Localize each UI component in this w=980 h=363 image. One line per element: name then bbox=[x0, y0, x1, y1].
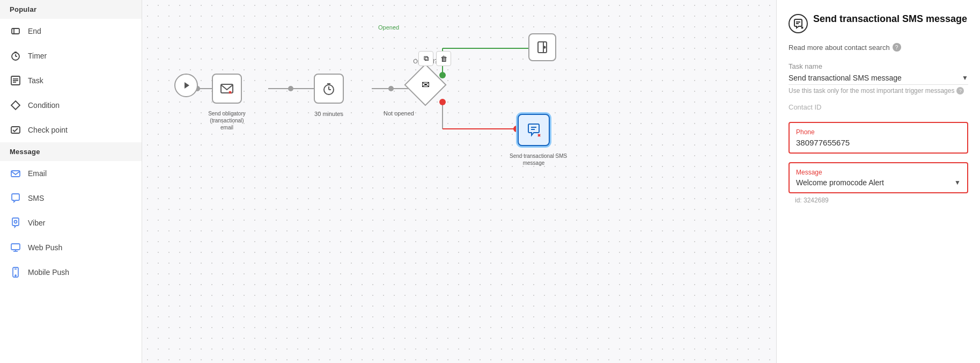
task-icon bbox=[10, 75, 21, 86]
email-send-box[interactable] bbox=[212, 74, 242, 104]
start-node[interactable] bbox=[174, 74, 198, 97]
chevron-down-icon: ▼ bbox=[962, 74, 968, 82]
condition-node[interactable]: ✉ Opened? Opened Not opened ⧉ 🗑 bbox=[410, 70, 440, 100]
task-helper-text: Use this task only for the most importan… bbox=[789, 87, 968, 95]
sidebar-item-email-label: Email bbox=[28, 169, 47, 178]
not-opened-branch-label: Not opened bbox=[384, 110, 414, 117]
sidebar-item-webpush[interactable]: Web Push bbox=[0, 235, 142, 260]
svg-rect-0 bbox=[12, 28, 19, 34]
message-id: id: 3242689 bbox=[789, 197, 968, 204]
phone-value[interactable]: 380977655675 bbox=[796, 138, 961, 147]
sidebar-section-popular: Popular bbox=[0, 0, 142, 19]
message-value: Welcome promocode Alert bbox=[796, 178, 884, 187]
condition-icon bbox=[10, 99, 21, 111]
sidebar-item-checkpoint[interactable]: Check point bbox=[0, 118, 142, 142]
sms-icon bbox=[10, 192, 21, 204]
task-name-value: Send transactional SMS message bbox=[789, 74, 902, 82]
phone-field-box: Phone 380977655675 bbox=[789, 122, 968, 154]
timer-box[interactable] bbox=[314, 74, 344, 104]
condition-diamond[interactable]: ✉ bbox=[404, 63, 446, 106]
sidebar-item-mobilepush[interactable]: Mobile Push bbox=[0, 260, 142, 285]
end-box[interactable] bbox=[528, 33, 556, 61]
panel-link[interactable]: Read more about contact search ? bbox=[789, 43, 968, 52]
sidebar: Popular End Timer bbox=[0, 0, 142, 363]
node-toolbar: ⧉ 🗑 bbox=[418, 51, 451, 66]
checkpoint-icon bbox=[10, 124, 21, 136]
sms-send-node[interactable]: Send transactional SMSmessage bbox=[518, 114, 550, 146]
phone-label: Phone bbox=[796, 128, 961, 136]
right-panel: Send transactional SMS message Read more… bbox=[776, 0, 980, 363]
sms-send-label: Send transactional SMSmessage bbox=[510, 153, 558, 166]
helper-text-content: Use this task only for the most importan… bbox=[789, 87, 954, 95]
svg-point-25 bbox=[388, 86, 394, 91]
task-name-label: Task name bbox=[789, 62, 968, 70]
message-label: Message bbox=[796, 169, 961, 176]
copy-button[interactable]: ⧉ bbox=[418, 51, 433, 66]
timer-icon bbox=[10, 50, 21, 62]
message-chevron-icon: ▼ bbox=[954, 179, 961, 186]
opened-branch-label: Opened bbox=[378, 24, 399, 31]
sidebar-item-sms-label: SMS bbox=[28, 194, 44, 202]
svg-point-23 bbox=[288, 86, 293, 91]
sms-send-box[interactable] bbox=[518, 114, 550, 146]
message-dropdown[interactable]: Welcome promocode Alert ▼ bbox=[796, 178, 961, 187]
sidebar-section-message: Message bbox=[0, 142, 142, 161]
sidebar-item-webpush-label: Web Push bbox=[28, 243, 62, 252]
svg-point-44 bbox=[544, 47, 546, 48]
timer-label: 30 minutes bbox=[314, 110, 343, 118]
sidebar-item-mobilepush-label: Mobile Push bbox=[28, 268, 69, 277]
email-send-label: Send obligatory(transactional) email bbox=[203, 110, 251, 131]
panel-title-icon bbox=[789, 14, 808, 33]
end-node[interactable] bbox=[528, 33, 556, 61]
svg-point-18 bbox=[15, 275, 16, 276]
svg-point-13 bbox=[14, 221, 17, 223]
sidebar-item-condition[interactable]: Condition bbox=[0, 93, 142, 118]
help-icon[interactable]: ? bbox=[893, 43, 901, 52]
contact-id-label: Contact ID bbox=[789, 103, 968, 111]
message-field-box: Message Welcome promocode Alert ▼ bbox=[789, 162, 968, 193]
end-icon bbox=[10, 25, 21, 37]
sidebar-item-condition-label: Condition bbox=[28, 101, 60, 110]
sidebar-item-viber-label: Viber bbox=[28, 219, 45, 227]
sidebar-item-task[interactable]: Task bbox=[0, 68, 142, 93]
sidebar-item-sms[interactable]: SMS bbox=[0, 186, 142, 210]
viber-icon bbox=[10, 217, 21, 229]
timer-node[interactable]: 30 minutes bbox=[314, 74, 344, 104]
panel-link-text: Read more about contact search bbox=[789, 43, 890, 52]
delete-button[interactable]: 🗑 bbox=[436, 51, 451, 66]
sidebar-item-viber[interactable]: Viber bbox=[0, 210, 142, 235]
email-send-node[interactable]: Send obligatory(transactional) email bbox=[212, 74, 242, 104]
sidebar-item-timer-label: Timer bbox=[28, 52, 47, 60]
sidebar-item-checkpoint-label: Check point bbox=[28, 126, 68, 134]
mobilepush-icon bbox=[10, 266, 21, 278]
condition-icon-inner: ✉ bbox=[422, 79, 430, 91]
svg-marker-34 bbox=[185, 82, 189, 89]
task-name-dropdown[interactable]: Send transactional SMS message ▼ bbox=[789, 74, 968, 85]
canvas: Send obligatory(transactional) email 30 … bbox=[142, 0, 776, 363]
panel-header: Send transactional SMS message bbox=[789, 13, 968, 33]
email-icon bbox=[10, 168, 21, 179]
start-node-circle[interactable] bbox=[174, 74, 198, 97]
svg-rect-12 bbox=[11, 171, 20, 177]
helper-icon[interactable]: ? bbox=[956, 87, 964, 95]
sidebar-item-email[interactable]: Email bbox=[0, 161, 142, 186]
sidebar-item-timer[interactable]: Timer bbox=[0, 43, 142, 68]
sidebar-item-end[interactable]: End bbox=[0, 19, 142, 43]
webpush-icon bbox=[10, 242, 21, 253]
svg-rect-14 bbox=[11, 244, 20, 250]
panel-title-text: Send transactional SMS message bbox=[813, 13, 967, 25]
sidebar-item-task-label: Task bbox=[28, 76, 43, 85]
svg-marker-10 bbox=[11, 101, 20, 110]
sidebar-item-end-label: End bbox=[28, 27, 41, 35]
